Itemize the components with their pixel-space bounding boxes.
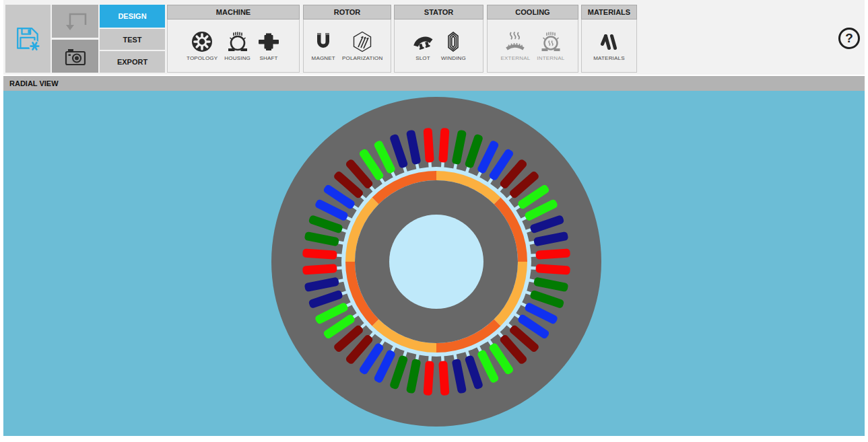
camera-icon bbox=[63, 44, 88, 69]
materials-button[interactable]: MATERIALS bbox=[591, 29, 627, 63]
topology-label: TOPOLOGY bbox=[187, 55, 218, 61]
shaft-icon bbox=[257, 30, 280, 53]
topology-button[interactable]: TOPOLOGY bbox=[185, 29, 220, 63]
group-machine-title: MACHINE bbox=[167, 5, 300, 20]
housing-label: HOUSING bbox=[224, 55, 251, 61]
group-stator: STATOR bbox=[394, 5, 483, 73]
save-button[interactable] bbox=[5, 5, 51, 73]
magnet-label: MAGNET bbox=[312, 55, 335, 61]
help-button[interactable]: ? bbox=[838, 28, 860, 49]
slot-button[interactable]: SLOT bbox=[409, 29, 436, 63]
tab-export[interactable]: EXPORT bbox=[100, 51, 165, 73]
slot-label: SLOT bbox=[415, 55, 430, 61]
group-materials-body: MATERIALS bbox=[581, 20, 637, 73]
winding-label: WINDING bbox=[441, 55, 466, 61]
group-cooling-body: EXTERNAL bbox=[487, 20, 578, 73]
save-icon bbox=[15, 26, 42, 52]
question-mark-icon: ? bbox=[845, 31, 853, 46]
internal-cooling-label: INTERNAL bbox=[537, 55, 564, 61]
group-rotor-body: MAGNET POLARIZA bbox=[303, 20, 391, 73]
shaft-label: SHAFT bbox=[259, 55, 277, 61]
group-materials: MATERIALS MATERIALS bbox=[581, 5, 637, 73]
radial-view-header: RADIAL VIEW bbox=[3, 76, 865, 91]
internal-cooling-icon bbox=[539, 30, 562, 53]
down-arrow-icon bbox=[61, 9, 90, 34]
external-cooling-icon bbox=[504, 30, 527, 53]
external-cooling-button[interactable]: EXTERNAL bbox=[498, 29, 532, 63]
toolbar: DESIGN TEST EXPORT MACHINE bbox=[3, 0, 865, 75]
polarization-button[interactable]: POLARIZATION bbox=[340, 29, 385, 63]
polarization-icon bbox=[351, 30, 374, 53]
materials-icon bbox=[598, 30, 621, 53]
group-machine-body: TOPOLOGY HOUSIN bbox=[167, 20, 300, 73]
slot-icon bbox=[411, 30, 434, 53]
external-cooling-label: EXTERNAL bbox=[500, 55, 530, 61]
magnet-button[interactable]: MAGNET bbox=[310, 29, 337, 63]
housing-button[interactable]: HOUSING bbox=[222, 29, 253, 63]
group-machine: MACHINE bbox=[167, 5, 300, 73]
shaft-button[interactable]: SHAFT bbox=[255, 29, 282, 63]
group-rotor: ROTOR MAGNET bbox=[303, 5, 391, 73]
group-stator-title: STATOR bbox=[394, 5, 483, 20]
load-design-button[interactable] bbox=[52, 5, 98, 38]
tab-design[interactable]: DESIGN bbox=[100, 5, 165, 28]
group-stator-body: SLOT WINDING bbox=[394, 20, 483, 73]
radial-view-title: RADIAL VIEW bbox=[9, 79, 59, 87]
tab-test[interactable]: TEST bbox=[100, 29, 165, 50]
group-rotor-title: ROTOR bbox=[303, 5, 391, 20]
app-window: DESIGN TEST EXPORT MACHINE bbox=[3, 0, 865, 437]
winding-button[interactable]: WINDING bbox=[439, 29, 468, 63]
polarization-label: POLARIZATION bbox=[342, 55, 382, 61]
group-materials-title: MATERIALS bbox=[581, 5, 637, 20]
winding-icon bbox=[442, 30, 465, 53]
internal-cooling-button[interactable]: INTERNAL bbox=[535, 29, 566, 63]
materials-label: MATERIALS bbox=[593, 55, 625, 61]
magnet-icon bbox=[312, 30, 335, 53]
group-cooling-title: COOLING bbox=[487, 5, 578, 20]
motor-cross-section bbox=[3, 91, 865, 436]
screenshot-button[interactable] bbox=[52, 40, 98, 73]
shaft-bore bbox=[389, 215, 483, 309]
topology-icon bbox=[191, 30, 213, 53]
housing-icon bbox=[226, 30, 249, 53]
radial-view-canvas[interactable] bbox=[3, 91, 865, 436]
group-cooling: COOLING bbox=[487, 5, 578, 73]
